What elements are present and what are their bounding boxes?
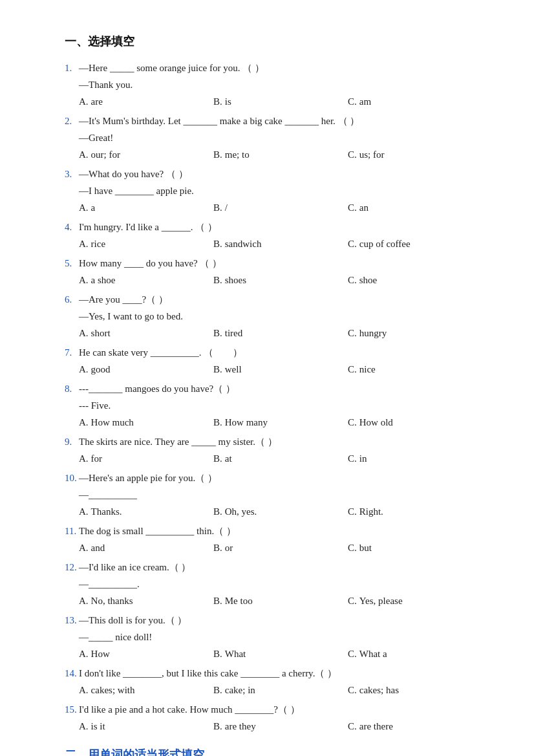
option-item: C.an <box>348 200 482 215</box>
options-row: A.forB.atC.in <box>79 451 482 466</box>
option-item: C.How old <box>348 415 482 430</box>
question-block: 2.—It's Mum's birthday. Let _______ make… <box>65 113 482 162</box>
question-subline: —Thank you. <box>79 77 482 92</box>
option-label: B. <box>213 275 222 285</box>
option-label: B. <box>213 596 222 606</box>
option-item: C.hungry <box>348 325 482 341</box>
option-text: good <box>91 364 111 374</box>
option-label: B. <box>213 417 222 427</box>
option-text: a <box>91 202 96 213</box>
option-label: A. <box>79 453 89 464</box>
option-item: C.are there <box>348 718 482 734</box>
option-text: Oh, yes. <box>225 506 257 517</box>
question-block: 12.—I'd like an ice cream.（ ）—__________… <box>65 559 482 609</box>
option-item: B.What <box>213 646 348 662</box>
option-item: C.nice <box>348 362 482 377</box>
option-label: C. <box>348 543 357 553</box>
question-block: 7.He can skate very __________. （ ）A.goo… <box>65 345 482 377</box>
option-text: an <box>359 202 368 213</box>
question-block: 15.I'd like a pie and a hot cake. How mu… <box>65 702 482 734</box>
question-text: —Here's an apple pie for you.（ ） <box>79 470 482 486</box>
question-line: 5.How many ____ do you have? （ ） <box>65 255 482 271</box>
option-text: rice <box>91 239 105 249</box>
option-item: C.Yes, please <box>348 593 482 609</box>
question-block: 5.How many ____ do you have? （ ）A.a shoe… <box>65 255 482 288</box>
option-item: C.in <box>348 451 482 466</box>
option-label: C. <box>348 364 357 374</box>
option-text: tired <box>225 328 243 338</box>
option-text: nice <box>359 364 376 374</box>
option-item: A.a shoe <box>79 272 213 288</box>
question-line: 7.He can skate very __________. （ ） <box>65 345 482 360</box>
question-text: How many ____ do you have? （ ） <box>79 255 482 271</box>
options-row: A.No, thanksB.Me tooC.Yes, please <box>79 593 482 609</box>
option-label: A. <box>79 649 89 659</box>
option-label: A. <box>79 275 89 285</box>
option-text: a shoe <box>91 275 116 285</box>
option-text: at <box>225 453 232 464</box>
option-text: How old <box>359 417 393 427</box>
section1-title: 一、选择填空 <box>65 32 482 51</box>
question-line: 1.—Here _____ some orange juice for you.… <box>65 60 482 76</box>
question-text: —Are you ____?（ ） <box>79 292 482 307</box>
option-item: A.Thanks. <box>79 504 213 519</box>
option-label: A. <box>79 685 89 695</box>
option-label: B. <box>213 506 222 517</box>
option-label: A. <box>79 364 89 374</box>
option-item: A.How <box>79 646 213 662</box>
option-item: A.No, thanks <box>79 593 213 609</box>
question-line: 9.The skirts are nice. They are _____ my… <box>65 434 482 449</box>
option-item: C.cakes; has <box>348 682 482 698</box>
question-number: 14. <box>65 665 79 681</box>
option-label: A. <box>79 417 89 427</box>
section2-title: 二、用单词的适当形式填空 <box>65 746 482 756</box>
question-block: 11.The dog is small __________ thin.（ ）A… <box>65 523 482 556</box>
question-block: 13.—This doll is for you.（ ）—_____ nice … <box>65 612 482 662</box>
option-label: B. <box>213 239 222 249</box>
option-label: C. <box>348 453 357 464</box>
question-number: 9. <box>65 434 79 449</box>
question-text: —I'd like an ice cream.（ ） <box>79 559 482 575</box>
option-label: A. <box>79 543 89 553</box>
option-label: B. <box>213 649 222 659</box>
question-number: 5. <box>65 255 79 271</box>
option-text: cakes; with <box>91 685 135 695</box>
option-label: B. <box>213 364 222 374</box>
options-row: A.a shoeB.shoesC.shoe <box>79 272 482 288</box>
option-item: A.is it <box>79 718 213 734</box>
option-label: A. <box>79 506 89 517</box>
option-item: B.me; to <box>213 147 348 162</box>
option-item: B.cake; in <box>213 682 348 698</box>
question-subline: —Yes, I want to go to bed. <box>79 308 482 324</box>
option-label: B. <box>213 685 222 695</box>
option-text: and <box>91 543 105 553</box>
question-line: 10.—Here's an apple pie for you.（ ） <box>65 470 482 486</box>
question-text: —What do you have? （ ） <box>79 166 482 182</box>
options-row: A.riceB.sandwichC.cup of coffee <box>79 236 482 252</box>
question-text: —This doll is for you.（ ） <box>79 612 482 628</box>
question-text: The skirts are nice. They are _____ my s… <box>79 434 482 449</box>
option-text: are <box>91 96 103 107</box>
option-text: or <box>225 543 233 553</box>
question-subline: —__________ <box>79 487 482 502</box>
option-item: A.rice <box>79 236 213 252</box>
question-subline: —__________. <box>79 576 482 592</box>
option-label: A. <box>79 328 89 338</box>
question-number: 2. <box>65 113 79 129</box>
option-text: am <box>359 96 371 107</box>
question-text: I don't like ________, but I like this c… <box>79 665 482 681</box>
question-line: 12.—I'd like an ice cream.（ ） <box>65 559 482 575</box>
option-text: in <box>359 453 367 464</box>
option-label: B. <box>213 721 222 731</box>
option-text: What <box>225 649 246 659</box>
option-label: C. <box>348 275 357 285</box>
option-item: B.tired <box>213 325 348 341</box>
option-text: Me too <box>225 596 253 606</box>
options-row: A.goodB.wellC.nice <box>79 362 482 377</box>
option-label: C. <box>348 202 357 213</box>
option-label: B. <box>213 202 222 213</box>
question-block: 8.---_______ mangoes do you have?（ ）--- … <box>65 381 482 430</box>
options-row: A.our; forB.me; toC.us; for <box>79 147 482 162</box>
question-text: —It's Mum's birthday. Let _______ make a… <box>79 113 482 129</box>
question-text: ---_______ mangoes do you have?（ ） <box>79 381 482 396</box>
